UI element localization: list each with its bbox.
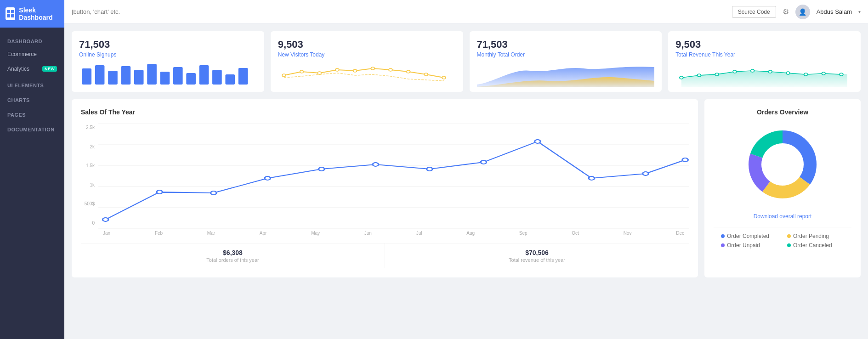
sidebar: Sleek Dashboard DASHBOARD Ecommerce Anal… (0, 0, 64, 339)
donut-chart (741, 123, 824, 206)
x-jun: Jun (364, 231, 372, 236)
x-jul: Jul (416, 231, 422, 236)
sales-orders-value: $6,308 (86, 249, 379, 256)
sidebar-section-ui: UI ELEMENTS (0, 76, 64, 91)
avatar: 👤 (795, 5, 810, 19)
svg-rect-12 (186, 73, 196, 85)
svg-rect-0 (7, 10, 10, 13)
svg-rect-4 (82, 68, 91, 85)
svg-rect-16 (238, 68, 248, 85)
x-apr: Apr (260, 231, 267, 236)
legend-pending: Order Pending (787, 233, 844, 239)
sidebar-section-dashboard: DASHBOARD (0, 32, 64, 47)
svg-point-17 (282, 74, 286, 77)
search-input[interactable] (72, 8, 726, 15)
brand-icon (6, 7, 15, 20)
brand-label: Sleek Dashboard (19, 6, 59, 21)
sales-stat-revenue: $70,506 Total revenue of this year (385, 243, 689, 268)
svg-rect-1 (11, 10, 14, 13)
bar-chart-signups (79, 62, 257, 85)
stat-value-visitors: 9,503 (278, 39, 456, 51)
orders-overview-card: Orders Overview Download overall report (704, 99, 861, 277)
sidebar-section-pages: PAGES (0, 106, 64, 120)
svg-point-27 (680, 76, 683, 79)
sidebar-section-docs: DOCUMENTATION (0, 120, 64, 135)
legend-completed: Order Completed (721, 233, 778, 239)
svg-rect-9 (147, 64, 157, 85)
svg-rect-8 (134, 70, 144, 85)
x-axis-labels: Jan Feb Mar Apr May Jun Jul Aug Sep Oct … (98, 231, 689, 236)
main-area: Source Code ⚙ 👤 Abdus Salam ▾ 71,503 Onl… (64, 0, 868, 339)
svg-rect-10 (160, 72, 170, 85)
sidebar-nav: DASHBOARD Ecommerce Analytics NEW UI ELE… (0, 28, 64, 339)
y-label-1500: 1.5k (81, 163, 95, 168)
x-sep: Sep (519, 231, 528, 236)
line-chart-visitors (278, 62, 456, 85)
svg-rect-11 (173, 67, 183, 85)
unpaid-label: Order Unpaid (727, 242, 760, 249)
y-label-0: 0 (81, 220, 95, 226)
svg-rect-13 (199, 65, 209, 85)
download-report-link[interactable]: Download overall report (754, 213, 812, 220)
x-dec: Dec (676, 231, 684, 236)
stat-value-revenue: 9,503 (675, 39, 853, 51)
svg-point-43 (102, 218, 108, 221)
svg-point-23 (389, 68, 392, 71)
order-legend: Order Completed Order Pending Order Unpa… (714, 227, 851, 254)
svg-point-45 (210, 191, 216, 195)
sales-line-chart (98, 123, 689, 229)
sales-orders-label: Total orders of this year (86, 257, 379, 263)
svg-point-52 (589, 176, 595, 180)
svg-point-48 (373, 163, 379, 166)
unpaid-dot (721, 243, 725, 247)
source-code-button[interactable]: Source Code (732, 6, 776, 18)
sidebar-brand[interactable]: Sleek Dashboard (0, 0, 64, 28)
header: Source Code ⚙ 👤 Abdus Salam ▾ (64, 0, 868, 24)
svg-point-51 (535, 140, 541, 143)
svg-point-32 (769, 70, 772, 73)
svg-point-18 (300, 70, 303, 73)
stat-card-revenue: 9,503 Total Revenue This Year (668, 31, 861, 92)
sidebar-item-ecommerce-label: Ecommerce (7, 51, 57, 57)
stats-row: 71,503 Online Signups (72, 31, 861, 92)
svg-point-29 (715, 73, 719, 76)
settings-icon[interactable]: ⚙ (783, 7, 789, 16)
svg-point-49 (427, 167, 433, 171)
x-jan: Jan (103, 231, 110, 236)
svg-point-20 (335, 68, 339, 71)
sales-bottom-stats: $6,308 Total orders of this year $70,506… (81, 243, 689, 268)
x-oct: Oct (572, 231, 579, 236)
svg-point-50 (481, 160, 487, 164)
header-right: Source Code ⚙ 👤 Abdus Salam ▾ (732, 5, 861, 19)
x-nov: Nov (624, 231, 632, 236)
svg-point-34 (804, 73, 808, 76)
svg-point-21 (353, 69, 357, 72)
svg-rect-7 (121, 66, 131, 85)
y-label-1000: 1k (81, 182, 95, 187)
y-label-2500: 2.5k (81, 125, 95, 130)
sales-stat-orders: $6,308 Total orders of this year (81, 243, 385, 268)
x-may: May (311, 231, 320, 236)
svg-point-25 (424, 73, 428, 76)
stat-card-visitors: 9,503 New Visitors Today (271, 31, 463, 92)
stat-card-signups: 71,503 Online Signups (72, 31, 264, 92)
x-aug: Aug (466, 231, 475, 236)
area-chart-monthly (477, 62, 655, 85)
svg-rect-2 (7, 14, 10, 17)
svg-point-28 (698, 74, 701, 77)
svg-point-54 (682, 158, 688, 162)
chevron-down-icon[interactable]: ▾ (858, 9, 861, 14)
svg-rect-3 (11, 14, 14, 17)
completed-label: Order Completed (727, 233, 769, 239)
svg-point-53 (643, 172, 649, 175)
svg-point-31 (751, 69, 755, 72)
sidebar-item-ecommerce[interactable]: Ecommerce (0, 47, 64, 62)
stat-label-revenue: Total Revenue This Year (675, 51, 853, 58)
sidebar-item-analytics[interactable]: Analytics NEW (0, 62, 64, 76)
user-name[interactable]: Abdus Salam (817, 8, 852, 15)
sales-chart-title: Sales Of The Year (81, 108, 689, 116)
sidebar-section-charts: CHARTS (0, 91, 64, 106)
legend-canceled: Order Canceled (787, 242, 844, 249)
sidebar-item-analytics-label: Analytics (7, 66, 40, 72)
svg-point-35 (822, 72, 826, 75)
